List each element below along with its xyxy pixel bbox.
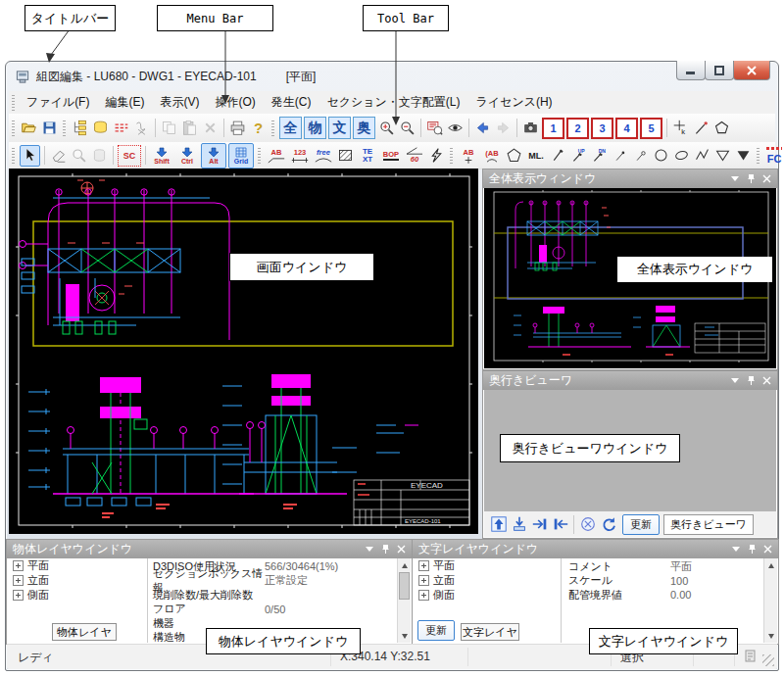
- red-guides-button[interactable]: [112, 119, 130, 138]
- eraser-button[interactable]: [49, 146, 68, 166]
- view-all-toggle[interactable]: 全: [279, 117, 302, 139]
- overview-viewport[interactable]: 全体表示ウインドウ: [484, 188, 776, 368]
- tree-expand-icon[interactable]: [418, 575, 429, 586]
- sc-selection-button[interactable]: SC: [118, 145, 141, 167]
- pen-up-button[interactable]: UP: [569, 146, 588, 166]
- menu-license[interactable]: ライセンス(H): [468, 91, 561, 114]
- ellipse-tool-button[interactable]: [672, 146, 691, 166]
- zoom-out-button[interactable]: [398, 119, 416, 138]
- toolbar-grip[interactable]: [271, 121, 274, 136]
- depth-update-button[interactable]: 更新: [622, 514, 660, 535]
- angle-60-button[interactable]: 60: [404, 144, 425, 168]
- pen-small-button[interactable]: [611, 146, 629, 166]
- property-row[interactable]: スケール100: [568, 574, 763, 589]
- text-layer-header[interactable]: 文字レイヤウインドウ: [413, 540, 778, 558]
- view-object-toggle[interactable]: 物: [304, 117, 326, 139]
- text-layer-tab[interactable]: 文字レイヤ: [461, 623, 519, 641]
- zoom-tool-button[interactable]: [70, 146, 88, 166]
- menu-edit[interactable]: 編集(E): [97, 91, 152, 114]
- object-layer-header[interactable]: 物体レイヤウインドウ: [7, 540, 412, 558]
- tree-expand-icon[interactable]: [418, 590, 429, 601]
- open-file-button[interactable]: [20, 119, 38, 138]
- alt-modifier-button[interactable]: Alt: [201, 143, 226, 169]
- minimize-button[interactable]: [676, 61, 706, 80]
- toolbar-grip[interactable]: [258, 148, 261, 164]
- grid-toggle-button[interactable]: Grid: [228, 143, 254, 169]
- property-row[interactable]: コメント平面: [568, 559, 763, 574]
- hatch-button[interactable]: [336, 146, 355, 166]
- bop-button[interactable]: BOP: [380, 144, 402, 168]
- step-forward-button[interactable]: [530, 514, 549, 534]
- chevron-down-icon[interactable]: [729, 543, 743, 556]
- scroll-up-icon[interactable]: [398, 558, 411, 571]
- depth-viewport[interactable]: 奥行きビューワウインドウ: [484, 390, 776, 511]
- resize-grip[interactable]: [762, 654, 774, 666]
- tree-item-plan[interactable]: 平面: [414, 558, 561, 573]
- object-layer-scrollbar[interactable]: [397, 558, 411, 643]
- overview-panel-header[interactable]: 全体表示ウィンドウ: [483, 169, 777, 188]
- drawing-canvas[interactable]: EYECAD EYECAD-101 画面ウインドウ: [9, 169, 478, 534]
- view-frame-3-button[interactable]: 3: [591, 118, 613, 139]
- tree-expand-icon[interactable]: [13, 590, 24, 601]
- view-frame-4-button[interactable]: 4: [615, 118, 638, 139]
- polygon-select-button[interactable]: [712, 119, 731, 138]
- toolbar-grip[interactable]: [757, 148, 760, 164]
- chevron-down-icon[interactable]: [728, 374, 742, 388]
- menu-generate[interactable]: 発生(C): [264, 91, 319, 114]
- menu-section-text[interactable]: セクション・文字配置(L): [318, 91, 467, 114]
- dimension-free-button[interactable]: free: [313, 144, 334, 168]
- tree-item-side[interactable]: 側面: [8, 588, 147, 603]
- polyline-tool-button[interactable]: [693, 146, 711, 166]
- ab-paren-button[interactable]: (AB: [481, 144, 503, 168]
- dimension-123-button[interactable]: 123: [289, 144, 311, 168]
- pentagon-button[interactable]: [505, 146, 523, 166]
- toolbar-grip[interactable]: [63, 121, 66, 136]
- depth-viewer-tab[interactable]: 奥行きビューワ: [663, 514, 754, 535]
- chevron-down-icon[interactable]: [728, 172, 742, 186]
- close-icon[interactable]: [760, 374, 773, 388]
- maximize-button[interactable]: [705, 61, 734, 80]
- multiline-button[interactable]: ML.: [525, 144, 547, 168]
- move-top-button[interactable]: [489, 514, 508, 534]
- lightning-button[interactable]: [427, 146, 446, 166]
- paste-button[interactable]: [180, 119, 199, 138]
- view-frame-2-button[interactable]: 2: [566, 118, 589, 139]
- pin-icon[interactable]: [744, 172, 758, 186]
- property-row[interactable]: 現削除数/最大削除数: [153, 588, 396, 603]
- tree-expand-icon[interactable]: [13, 560, 24, 571]
- delete-button[interactable]: [201, 119, 220, 138]
- triangle-filled-button[interactable]: [734, 146, 753, 166]
- cylinder-tool-button[interactable]: [90, 146, 109, 166]
- pen-slash-button[interactable]: [549, 146, 567, 166]
- property-row[interactable]: 配管境界値0.00: [568, 588, 763, 603]
- ab-plus-button[interactable]: AB: [458, 144, 479, 168]
- property-row[interactable]: セクションボックス情報正常設定: [153, 574, 396, 589]
- depth-panel-header[interactable]: 奥行きビューワ: [483, 371, 777, 390]
- input-mode-icon[interactable]: [744, 649, 757, 666]
- move-bottom-button[interactable]: [510, 514, 528, 534]
- ctrl-modifier-button[interactable]: Ctrl: [175, 144, 199, 168]
- view-text-toggle[interactable]: 文: [328, 117, 351, 139]
- pin-icon[interactable]: [378, 543, 392, 556]
- scroll-down-icon[interactable]: [398, 630, 411, 643]
- scroll-up-icon[interactable]: [764, 558, 777, 571]
- tree-item-elevation[interactable]: 立面: [8, 573, 147, 588]
- text-tool-button[interactable]: TEXT: [357, 144, 378, 168]
- dimension-ab-button[interactable]: AB: [266, 144, 287, 168]
- menu-operation[interactable]: 操作(O): [207, 91, 263, 114]
- help-button[interactable]: ?: [249, 119, 268, 138]
- object-layer-tab[interactable]: 物体レイヤ: [52, 623, 117, 641]
- tree-item-side[interactable]: 側面: [414, 588, 561, 603]
- text-layer-scrollbar[interactable]: [763, 558, 777, 643]
- title-bar[interactable]: 組図編集 - LU680 - DWG1 - EYECAD-101 [平面]: [6, 62, 778, 91]
- tree-item-plan[interactable]: 平面: [8, 558, 147, 573]
- pen-down-button[interactable]: DN: [590, 146, 609, 166]
- menu-view[interactable]: 表示(V): [152, 91, 207, 114]
- snap-crosshair-button[interactable]: k: [671, 119, 690, 138]
- tree-expand-icon[interactable]: [13, 575, 24, 586]
- cancel-depth-button[interactable]: [578, 514, 597, 534]
- close-icon[interactable]: [760, 172, 773, 186]
- close-icon[interactable]: [760, 543, 774, 556]
- view-frame-1-button[interactable]: 1: [542, 118, 564, 139]
- toolbar-grip[interactable]: [450, 148, 453, 164]
